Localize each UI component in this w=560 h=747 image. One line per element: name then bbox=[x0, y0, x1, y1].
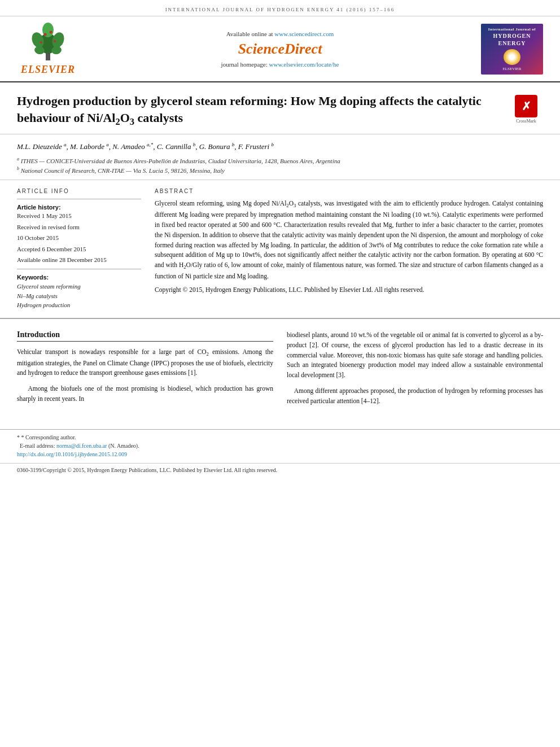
info-divider-bottom bbox=[17, 269, 141, 269]
keywords-label: Keywords: bbox=[17, 274, 141, 281]
received-revised-label: Received in revised form bbox=[17, 223, 141, 231]
email-link[interactable]: norma@di.fcen.uba.ar bbox=[56, 443, 107, 449]
elsevier-tree-icon bbox=[25, 22, 71, 62]
journal-banner: INTERNATIONAL JOURNAL OF HYDROGEN ENERGY… bbox=[0, 0, 560, 16]
sciencedirect-url[interactable]: www.sciencedirect.com bbox=[274, 30, 334, 37]
elsevier-logo-container: ELSEVIER bbox=[11, 22, 85, 76]
doi-link[interactable]: http://dx.doi.org/10.1016/j.ijhydene.201… bbox=[17, 451, 127, 457]
journal-banner-text: INTERNATIONAL JOURNAL OF HYDROGEN ENERGY… bbox=[165, 7, 395, 12]
revised-date: 10 October 2015 bbox=[17, 234, 141, 242]
email-note: E-mail address: norma@di.fcen.uba.ar (N.… bbox=[17, 442, 543, 450]
body-left-column: Introduction Vehicular transport is nowa… bbox=[17, 330, 273, 412]
journal-cover-image: International Journal ofHYDROGENENERGY E… bbox=[481, 24, 543, 75]
available-online-text: Available online at www.sciencedirect.co… bbox=[226, 30, 334, 37]
journal-cover-elsevier: ELSEVIER bbox=[502, 67, 521, 71]
crossmark-badge: ✗ CrossMark bbox=[509, 93, 543, 124]
keyword-2: Ni–Mg catalysts bbox=[17, 291, 141, 301]
authors-section: M.L. Dieuzeide a, M. Laborde a, N. Amade… bbox=[0, 134, 560, 180]
intro-para-1: Vehicular transport is nowadays responsi… bbox=[17, 347, 273, 378]
journal-homepage-link[interactable]: www.elsevier.com/locate/he bbox=[269, 61, 339, 68]
authors-line: M.L. Dieuzeide a, M. Laborde a, N. Amade… bbox=[17, 141, 543, 152]
corresponding-author-note: * * Corresponding author. bbox=[17, 433, 543, 442]
journal-homepage-text: journal homepage: www.elsevier.com/locat… bbox=[221, 61, 339, 68]
introduction-title: Introduction bbox=[17, 330, 273, 342]
journal-cover-decoration bbox=[504, 49, 520, 65]
journal-header: ELSEVIER Available online at www.science… bbox=[0, 16, 560, 82]
svg-point-9 bbox=[40, 41, 42, 43]
abstract-header: ABSTRACT bbox=[155, 188, 543, 194]
doi-note: http://dx.doi.org/10.1016/j.ijhydene.201… bbox=[17, 450, 543, 458]
page: INTERNATIONAL JOURNAL OF HYDROGEN ENERGY… bbox=[0, 0, 560, 747]
svg-point-7 bbox=[43, 33, 46, 36]
corresponding-author-label: * Corresponding author. bbox=[21, 434, 76, 440]
received-date: Received 1 May 2015 bbox=[17, 212, 141, 220]
article-title-container: Hydrogen production by glycerol steam re… bbox=[17, 93, 504, 128]
journal-header-center: Available online at www.sciencedirect.co… bbox=[90, 22, 470, 76]
footer-issn-text: 0360-3199/Copyright © 2015, Hydrogen Ene… bbox=[17, 467, 277, 473]
body-right-column: biodiesel plants, around 10 wt.% of the … bbox=[287, 330, 543, 412]
email-suffix: (N. Amadeo). bbox=[108, 443, 139, 449]
sciencedirect-logo: ScienceDirect bbox=[238, 41, 322, 58]
article-title-section: Hydrogen production by glycerol steam re… bbox=[0, 82, 560, 134]
elsevier-wordmark: ELSEVIER bbox=[21, 64, 75, 76]
affiliation-a: a ITHES — CONICET-Universidad de Buenos … bbox=[17, 156, 543, 165]
body-content: Introduction Vehicular transport is nowa… bbox=[0, 319, 560, 423]
keywords-section: Keywords: Glycerol steam reforming Ni–Mg… bbox=[17, 274, 141, 310]
journal-cover-title-text: International Journal ofHYDROGENENERGY bbox=[488, 27, 536, 47]
keyword-1: Glycerol steam reforming bbox=[17, 282, 141, 291]
abstract-copyright: Copyright © 2015, Hydrogen Energy Public… bbox=[155, 285, 543, 295]
svg-point-8 bbox=[49, 31, 52, 34]
footer-bar: 0360-3199/Copyright © 2015, Hydrogen Ene… bbox=[0, 463, 560, 477]
intro-para-4: Among different approaches proposed, the… bbox=[287, 386, 543, 407]
article-info-column: ARTICLE INFO Article history: Received 1… bbox=[17, 188, 141, 309]
info-divider-top bbox=[17, 199, 141, 199]
intro-para-2: Among the biofuels one of the most promi… bbox=[17, 384, 273, 404]
accepted-date: Accepted 6 December 2015 bbox=[17, 245, 141, 254]
article-info-header: ARTICLE INFO bbox=[17, 188, 141, 194]
journal-cover-container: International Journal ofHYDROGENENERGY E… bbox=[475, 22, 549, 76]
footnote-section: * * Corresponding author. E-mail address… bbox=[0, 429, 560, 458]
crossmark-icon: ✗ bbox=[515, 95, 537, 117]
svg-point-10 bbox=[54, 40, 56, 42]
keyword-3: Hydrogen production bbox=[17, 300, 141, 310]
elsevier-logo: ELSEVIER bbox=[21, 22, 75, 76]
article-history-label: Article history: bbox=[17, 204, 141, 211]
article-info-abstract-section: ARTICLE INFO Article history: Received 1… bbox=[0, 180, 560, 318]
available-online-date: Available online 28 December 2015 bbox=[17, 256, 141, 264]
crossmark-label: CrossMark bbox=[516, 119, 536, 124]
intro-para-3: biodiesel plants, around 10 wt.% of the … bbox=[287, 330, 543, 381]
abstract-column: ABSTRACT Glycerol steam reforming, using… bbox=[155, 188, 543, 309]
abstract-text: Glycerol steam reforming, using Mg doped… bbox=[155, 199, 543, 295]
affiliations-list: a ITHES — CONICET-Universidad de Buenos … bbox=[17, 156, 543, 175]
affiliation-b: b National Council of Research, CNR-ITAE… bbox=[17, 165, 543, 175]
article-title: Hydrogen production by glycerol steam re… bbox=[17, 93, 504, 128]
